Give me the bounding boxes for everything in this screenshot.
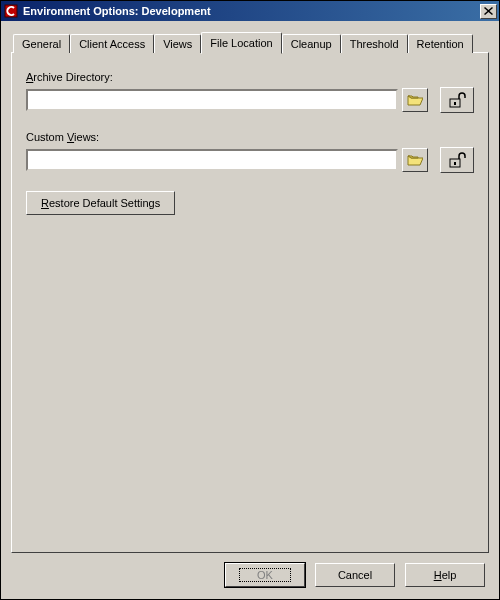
close-button[interactable] xyxy=(480,4,497,19)
client-area: General Client Access Views File Locatio… xyxy=(1,21,499,599)
custom-views-row xyxy=(26,147,474,173)
archive-lock-button[interactable] xyxy=(440,87,474,113)
titlebar: Environment Options: Development xyxy=(1,1,499,21)
custom-views-input[interactable] xyxy=(26,149,398,171)
app-icon xyxy=(3,3,19,19)
window-title: Environment Options: Development xyxy=(23,5,480,17)
custom-views-browse-button[interactable] xyxy=(402,148,428,172)
folder-open-icon xyxy=(407,93,423,107)
archive-directory-row xyxy=(26,87,474,113)
tab-cleanup[interactable]: Cleanup xyxy=(282,34,341,53)
tab-client-access[interactable]: Client Access xyxy=(70,34,154,53)
tabstrip: General Client Access Views File Locatio… xyxy=(11,31,489,52)
dialog-button-bar: OK Cancel Help xyxy=(11,553,489,591)
archive-directory-label: Archive Directory: xyxy=(26,71,474,83)
cancel-button[interactable]: Cancel xyxy=(315,563,395,587)
folder-open-icon xyxy=(407,153,423,167)
custom-views-label: Custom Views: xyxy=(26,131,474,143)
ok-button[interactable]: OK xyxy=(225,563,305,587)
tab-general[interactable]: General xyxy=(13,34,70,53)
tabset: General Client Access Views File Locatio… xyxy=(11,31,489,553)
dialog-window: Environment Options: Development General… xyxy=(0,0,500,600)
restore-row: Restore Default Settings xyxy=(26,191,474,215)
tab-file-location[interactable]: File Location xyxy=(201,32,281,54)
archive-browse-button[interactable] xyxy=(402,88,428,112)
custom-views-lock-button[interactable] xyxy=(440,147,474,173)
tab-views[interactable]: Views xyxy=(154,34,201,53)
tabpanel-file-location: Archive Directory: xyxy=(11,52,489,553)
restore-defaults-button[interactable]: Restore Default Settings xyxy=(26,191,175,215)
unlock-icon xyxy=(448,92,466,108)
svg-rect-4 xyxy=(454,162,456,165)
svg-rect-2 xyxy=(454,102,456,105)
unlock-icon xyxy=(448,152,466,168)
help-button[interactable]: Help xyxy=(405,563,485,587)
archive-directory-input[interactable] xyxy=(26,89,398,111)
tab-retention[interactable]: Retention xyxy=(408,34,473,53)
tab-threshold[interactable]: Threshold xyxy=(341,34,408,53)
